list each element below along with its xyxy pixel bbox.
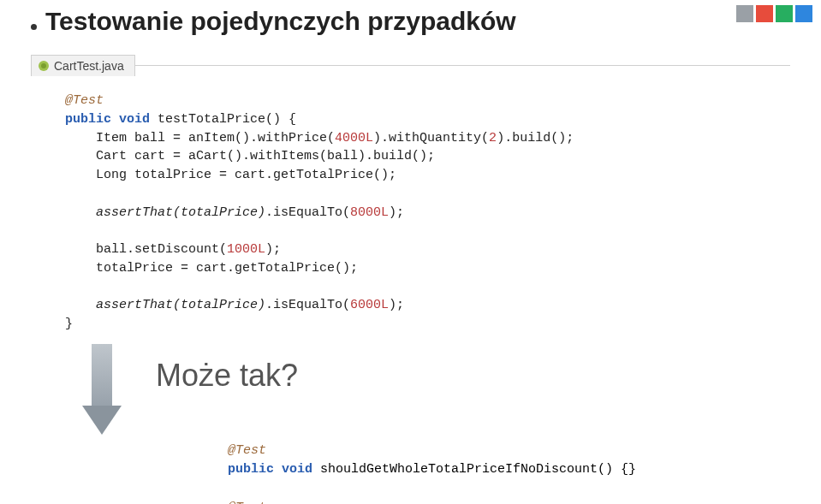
literal: 4000L bbox=[335, 131, 373, 145]
code-line: .isEqualTo( bbox=[265, 205, 350, 220]
code-line: ); bbox=[389, 205, 404, 220]
kw-void: void bbox=[282, 462, 312, 477]
method-1: shouldGetWholeTotalPriceIfNoDiscount() {… bbox=[312, 462, 636, 477]
square-green bbox=[776, 5, 793, 22]
code-line: totalPrice = cart.getTotalPrice(); bbox=[65, 261, 358, 276]
code-line: Item ball = anItem().withPrice( bbox=[65, 131, 335, 145]
square-red bbox=[756, 5, 773, 22]
slide-title-row: Testowanie pojedynczych przypadków bbox=[31, 7, 790, 36]
assert-call: assertThat(totalPrice) bbox=[65, 298, 265, 312]
question-text: Może tak? bbox=[156, 358, 298, 394]
method-sig: testTotalPrice() { bbox=[150, 112, 296, 127]
file-tab[interactable]: CartTest.java bbox=[31, 55, 135, 76]
code-block-suggestion: @Test public void shouldGetWholeTotalPri… bbox=[228, 442, 790, 504]
tab-underline bbox=[135, 65, 790, 66]
down-arrow-icon bbox=[82, 344, 122, 438]
code-line: ); bbox=[389, 298, 404, 312]
code-line: .isEqualTo( bbox=[265, 298, 350, 312]
editor-tab-bar: CartTest.java bbox=[31, 55, 790, 76]
code-block-main: @Test public void testTotalPrice() { Ite… bbox=[65, 92, 790, 334]
java-file-icon bbox=[39, 61, 49, 71]
literal: 6000L bbox=[350, 298, 389, 312]
slide-title: Testowanie pojedynczych przypadków bbox=[45, 7, 516, 36]
code-line: Cart cart = aCart().withItems(ball).buil… bbox=[65, 149, 435, 163]
kw-public: public bbox=[65, 112, 111, 127]
bullet-icon bbox=[31, 24, 37, 30]
kw-void: void bbox=[119, 112, 150, 127]
annotation: @Test bbox=[228, 501, 266, 504]
kw-public: public bbox=[228, 462, 274, 477]
square-blue bbox=[795, 5, 812, 22]
literal: 2 bbox=[489, 131, 497, 145]
code-line: ).withQuantity( bbox=[373, 131, 489, 145]
code-line: ball.setDiscount( bbox=[65, 242, 227, 257]
literal: 1000L bbox=[227, 242, 265, 257]
code-line: ).build(); bbox=[497, 131, 574, 145]
code-brace-close: } bbox=[65, 317, 73, 331]
literal: 8000L bbox=[350, 205, 389, 220]
file-tab-label: CartTest.java bbox=[54, 59, 124, 73]
annotation: @Test bbox=[228, 443, 266, 458]
corner-decor bbox=[736, 5, 812, 22]
assert-call: assertThat(totalPrice) bbox=[65, 205, 265, 220]
annotation: @Test bbox=[65, 93, 104, 108]
code-line: Long totalPrice = cart.getTotalPrice(); bbox=[65, 168, 396, 182]
code-line: ); bbox=[265, 242, 281, 257]
square-gray bbox=[736, 5, 753, 22]
